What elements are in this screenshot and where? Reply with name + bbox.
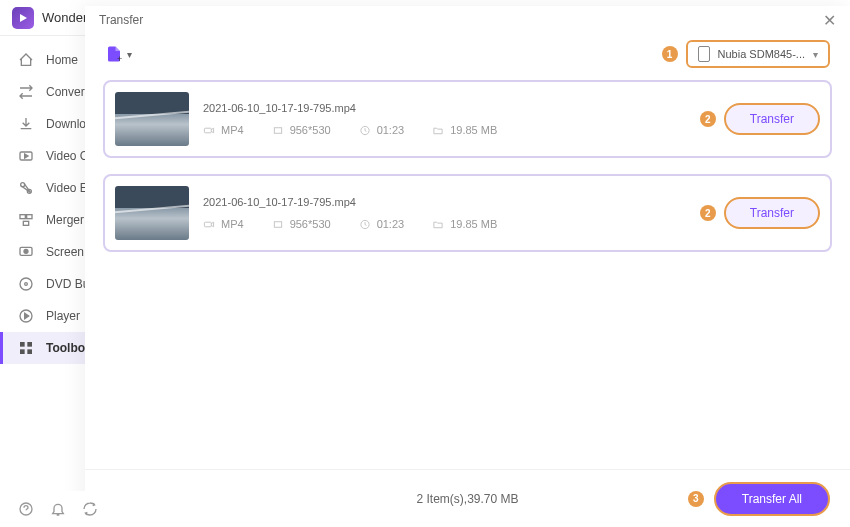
add-file-icon: + bbox=[105, 45, 123, 63]
refresh-icon[interactable] bbox=[82, 501, 98, 517]
convert-icon bbox=[18, 84, 34, 100]
file-name: 2021-06-10_10-17-19-795.mp4 bbox=[203, 102, 686, 114]
folder-icon bbox=[432, 219, 444, 230]
svg-point-7 bbox=[24, 249, 28, 253]
modal-toolbar: + ▾ 1 Nubia SDM845-... ▾ bbox=[85, 34, 850, 74]
camera-icon bbox=[203, 125, 215, 136]
svg-rect-19 bbox=[204, 222, 211, 227]
modal-title: Transfer bbox=[99, 13, 143, 27]
file-size: 19.85 MB bbox=[450, 218, 497, 230]
transfer-modal: Transfer ✕ + ▾ 1 Nubia SDM845-... ▾ 2021… bbox=[85, 6, 850, 527]
video-edit-icon bbox=[18, 180, 34, 196]
svg-text:+: + bbox=[117, 54, 122, 64]
toolbox-icon bbox=[18, 340, 34, 356]
camera-icon bbox=[203, 219, 215, 230]
chevron-down-icon: ▾ bbox=[813, 49, 818, 60]
clock-icon bbox=[359, 219, 371, 230]
svg-rect-3 bbox=[20, 215, 25, 219]
status-bar bbox=[0, 491, 180, 527]
transfer-all-button[interactable]: Transfer All bbox=[714, 482, 830, 516]
dvd-burn-icon bbox=[18, 276, 34, 292]
file-list: 2021-06-10_10-17-19-795.mp4 MP4 956*530 … bbox=[85, 74, 850, 469]
file-size: 19.85 MB bbox=[450, 124, 497, 136]
phone-icon bbox=[698, 46, 710, 62]
transfer-button[interactable]: Transfer bbox=[724, 103, 820, 135]
file-format: MP4 bbox=[221, 218, 244, 230]
step-badge-3: 3 bbox=[688, 491, 704, 507]
folder-icon bbox=[432, 125, 444, 136]
transfer-button[interactable]: Transfer bbox=[724, 197, 820, 229]
svg-rect-16 bbox=[204, 128, 211, 133]
modal-footer: 2 Item(s),39.70 MB 3 Transfer All bbox=[85, 469, 850, 527]
resolution-icon bbox=[272, 219, 284, 230]
download-icon bbox=[18, 116, 34, 132]
app-title: Wonder bbox=[42, 10, 87, 25]
svg-rect-20 bbox=[274, 221, 281, 227]
step-badge-1: 1 bbox=[662, 46, 678, 62]
app-logo bbox=[12, 7, 34, 29]
player-icon bbox=[18, 308, 34, 324]
merger-icon bbox=[18, 212, 34, 228]
file-duration: 01:23 bbox=[377, 218, 405, 230]
file-name: 2021-06-10_10-17-19-795.mp4 bbox=[203, 196, 686, 208]
close-modal-button[interactable]: ✕ bbox=[823, 11, 836, 30]
video-compress-icon bbox=[18, 148, 34, 164]
help-icon[interactable] bbox=[18, 501, 34, 517]
svg-rect-14 bbox=[27, 349, 32, 354]
file-resolution: 956*530 bbox=[290, 124, 331, 136]
device-name: Nubia SDM845-... bbox=[718, 48, 805, 60]
sidebar-label: Player bbox=[46, 309, 80, 323]
home-icon bbox=[18, 52, 34, 68]
bell-icon[interactable] bbox=[50, 501, 66, 517]
svg-point-9 bbox=[25, 283, 28, 286]
resolution-icon bbox=[272, 125, 284, 136]
svg-rect-13 bbox=[20, 349, 25, 354]
file-info: 2021-06-10_10-17-19-795.mp4 MP4 956*530 … bbox=[203, 102, 686, 136]
clock-icon bbox=[359, 125, 371, 136]
file-info: 2021-06-10_10-17-19-795.mp4 MP4 956*530 … bbox=[203, 196, 686, 230]
device-selector[interactable]: Nubia SDM845-... ▾ bbox=[686, 40, 830, 68]
modal-header: Transfer ✕ bbox=[85, 6, 850, 34]
file-format: MP4 bbox=[221, 124, 244, 136]
file-summary: 2 Item(s),39.70 MB bbox=[416, 492, 518, 506]
screen-record-icon bbox=[18, 244, 34, 260]
file-resolution: 956*530 bbox=[290, 218, 331, 230]
svg-rect-11 bbox=[20, 342, 25, 347]
add-file-button[interactable]: + ▾ bbox=[105, 45, 132, 63]
video-thumbnail bbox=[115, 186, 189, 240]
svg-point-1 bbox=[21, 183, 25, 187]
svg-point-8 bbox=[20, 278, 32, 290]
file-duration: 01:23 bbox=[377, 124, 405, 136]
sidebar-label: Home bbox=[46, 53, 78, 67]
svg-rect-17 bbox=[274, 127, 281, 133]
step-badge-2: 2 bbox=[700, 205, 716, 221]
file-item[interactable]: 2021-06-10_10-17-19-795.mp4 MP4 956*530 … bbox=[103, 80, 832, 158]
video-thumbnail bbox=[115, 92, 189, 146]
svg-rect-12 bbox=[27, 342, 32, 347]
step-badge-2: 2 bbox=[700, 111, 716, 127]
svg-rect-4 bbox=[27, 215, 32, 219]
chevron-down-icon: ▾ bbox=[127, 49, 132, 60]
file-item[interactable]: 2021-06-10_10-17-19-795.mp4 MP4 956*530 … bbox=[103, 174, 832, 252]
svg-rect-5 bbox=[23, 221, 28, 225]
sidebar-label: Merger bbox=[46, 213, 84, 227]
